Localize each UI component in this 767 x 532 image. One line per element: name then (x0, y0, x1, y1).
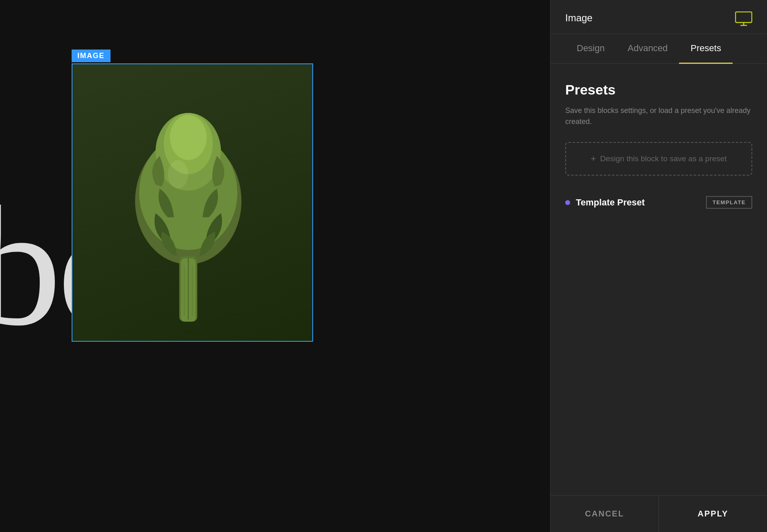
add-preset-label: Design this block to save as a preset (600, 154, 726, 163)
section-title: Presets (565, 82, 752, 98)
panel-footer: CANCEL APPLY (550, 495, 767, 532)
preset-item: Template Preset TEMPLATE (565, 192, 752, 213)
apply-button[interactable]: APPLY (659, 496, 767, 532)
tab-design[interactable]: Design (565, 34, 616, 64)
preset-badge[interactable]: TEMPLATE (706, 196, 752, 209)
section-description: Save this blocks settings, or load a pre… (565, 105, 752, 127)
panel-header: Image (550, 0, 767, 34)
plus-icon: + (591, 153, 596, 164)
image-block-label: IMAGE (72, 50, 111, 62)
monitor-icon (735, 11, 752, 26)
preset-dot (565, 200, 570, 205)
svg-point-4 (170, 115, 207, 160)
image-block: IMAGE (72, 63, 313, 342)
svg-point-10 (168, 160, 188, 189)
artichoke-svg (106, 111, 278, 340)
preset-item-left: Template Preset (565, 197, 645, 208)
artichoke-image (72, 64, 312, 341)
tabs: Design Advanced Presets (550, 34, 767, 64)
add-preset-button[interactable]: + Design this block to save as a preset (565, 142, 752, 176)
canvas-area: boat IMAGE (0, 0, 550, 532)
tab-presets[interactable]: Presets (679, 34, 733, 64)
panel-content: Presets Save this blocks settings, or lo… (550, 64, 767, 495)
tab-advanced[interactable]: Advanced (616, 34, 679, 64)
svg-rect-11 (735, 12, 752, 23)
panel: Image Design Advanced Presets Presets Sa… (550, 0, 767, 532)
cancel-button[interactable]: CANCEL (550, 496, 659, 532)
panel-title: Image (565, 12, 593, 33)
preset-name: Template Preset (576, 197, 645, 208)
